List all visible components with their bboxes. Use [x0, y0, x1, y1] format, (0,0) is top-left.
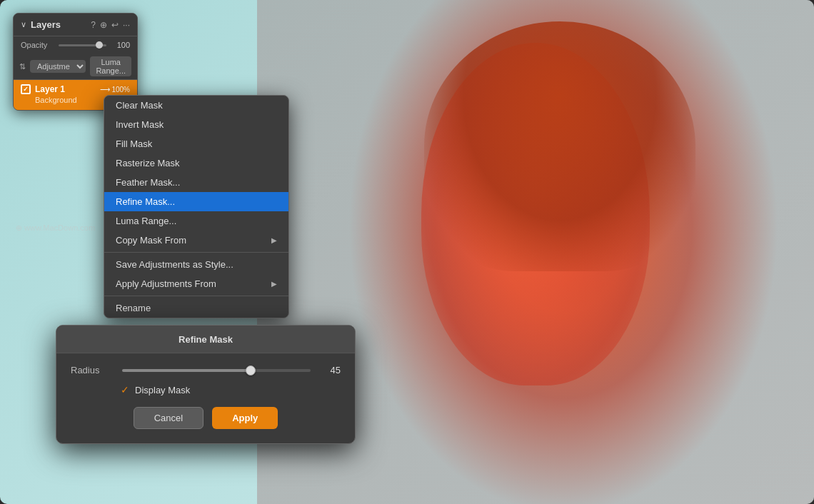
layers-help-icon[interactable]: ?	[91, 20, 96, 30]
layers-header-actions: ? ⊕ ↩ ···	[91, 20, 130, 30]
display-mask-checkmark[interactable]: ✓	[121, 384, 129, 395]
menu-item-refine-mask[interactable]: Refine Mask...	[104, 192, 288, 211]
menu-item-rename[interactable]: Rename	[104, 298, 288, 318]
opacity-row: Opacity 100	[14, 36, 137, 54]
radius-slider-thumb	[246, 366, 256, 376]
opacity-slider-thumb	[96, 41, 103, 49]
layers-panel-header: ∨ Layers ? ⊕ ↩ ···	[14, 14, 137, 36]
display-mask-row: ✓ Display Mask	[71, 384, 341, 395]
layer1-row-top: ✓ Layer 1 ⟶ 100%	[21, 84, 130, 94]
radius-slider[interactable]	[122, 369, 311, 372]
menu-separator-2	[104, 296, 288, 296]
cancel-button[interactable]: Cancel	[134, 407, 204, 429]
context-menu: Clear Mask Invert Mask Fill Mask Rasteri…	[104, 95, 289, 318]
radius-value: 45	[319, 365, 341, 376]
dialog-buttons: Cancel Apply	[71, 407, 341, 432]
adjustment-row: ⇅ Adjustment Luma Range...	[14, 54, 137, 80]
layer1-name: Layer 1	[35, 84, 96, 94]
opacity-slider[interactable]	[59, 44, 106, 46]
adjustment-select[interactable]: Adjustment	[30, 60, 86, 73]
menu-item-luma-range[interactable]: Luma Range...	[104, 211, 288, 231]
watermark-text: ⊕ www.MacDown.com	[16, 223, 95, 232]
opacity-value: 100	[112, 41, 130, 49]
refine-mask-dialog: Refine Mask Radius 45 ✓ Display Mask Can…	[56, 325, 356, 444]
apply-button[interactable]: Apply	[212, 407, 278, 429]
menu-item-fill-mask[interactable]: Fill Mask	[104, 134, 288, 153]
radius-label: Radius	[71, 365, 114, 376]
watermark: ⊕ www.MacDown.com	[16, 223, 95, 233]
layer1-percent: ⟶ 100%	[100, 86, 130, 94]
opacity-label: Opacity	[21, 41, 53, 49]
layers-panel-title: Layers	[31, 19, 86, 30]
menu-item-save-adjustments[interactable]: Save Adjustments as Style...	[104, 255, 288, 274]
display-mask-label: Display Mask	[135, 385, 190, 395]
layer1-checkbox[interactable]: ✓	[21, 84, 31, 94]
layers-more-icon[interactable]: ···	[123, 20, 130, 30]
menu-item-rasterize-mask[interactable]: Rasterize Mask	[104, 153, 288, 173]
menu-item-copy-mask-from[interactable]: Copy Mask From	[104, 231, 288, 250]
dialog-content: Radius 45 ✓ Display Mask Cancel Apply	[56, 353, 355, 443]
adjustment-icon: ⇅	[19, 62, 26, 71]
hair-area	[424, 21, 695, 271]
layers-add-icon[interactable]: ⊕	[100, 20, 107, 30]
menu-item-apply-adjustments-from[interactable]: Apply Adjustments From	[104, 274, 288, 293]
dialog-title: Refine Mask	[179, 334, 233, 345]
menu-item-clear-mask[interactable]: Clear Mask	[104, 96, 288, 115]
menu-item-feather-mask[interactable]: Feather Mask...	[104, 173, 288, 192]
layer1-checkmark: ✓	[23, 86, 29, 93]
dialog-titlebar: Refine Mask	[56, 326, 355, 353]
radius-row: Radius 45	[71, 365, 341, 376]
layers-undo-icon[interactable]: ↩	[111, 20, 119, 30]
menu-item-invert-mask[interactable]: Invert Mask	[104, 115, 288, 134]
menu-separator-1	[104, 252, 288, 253]
luma-range-button[interactable]: Luma Range...	[90, 56, 131, 76]
layers-collapse-arrow[interactable]: ∨	[21, 20, 26, 29]
